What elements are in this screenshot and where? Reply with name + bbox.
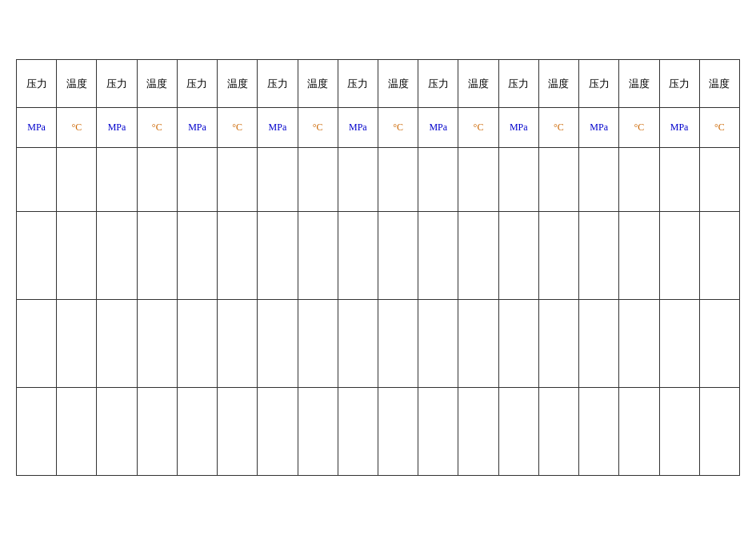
data-cell-2-2[interactable] xyxy=(97,300,137,388)
data-cell-2-13[interactable] xyxy=(538,300,578,388)
unit-cell-3: °C xyxy=(137,108,177,148)
data-cell-2-9[interactable] xyxy=(378,300,418,388)
data-cell-0-14[interactable] xyxy=(579,148,619,212)
data-cell-1-12[interactable] xyxy=(498,212,538,300)
header-cell-9: 温度 xyxy=(378,60,418,108)
data-cell-2-7[interactable] xyxy=(298,300,338,388)
data-cell-2-1[interactable] xyxy=(57,300,97,388)
unit-cell-8: MPa xyxy=(338,108,378,148)
header-cell-2: 压力 xyxy=(97,60,137,108)
header-cell-4: 压力 xyxy=(177,60,217,108)
page-container: 压力温度压力温度压力温度压力温度压力温度压力温度压力温度压力温度压力温度 MPa… xyxy=(0,0,756,535)
unit-cell-13: °C xyxy=(538,108,578,148)
data-cell-1-11[interactable] xyxy=(458,212,498,300)
data-cell-0-15[interactable] xyxy=(619,148,659,212)
data-cell-2-17[interactable] xyxy=(699,300,739,388)
data-cell-3-3[interactable] xyxy=(137,388,177,476)
data-cell-1-13[interactable] xyxy=(538,212,578,300)
data-cell-2-10[interactable] xyxy=(418,300,458,388)
data-cell-1-10[interactable] xyxy=(418,212,458,300)
data-cell-0-16[interactable] xyxy=(659,148,699,212)
data-cell-2-0[interactable] xyxy=(17,300,57,388)
data-cell-1-4[interactable] xyxy=(177,212,217,300)
data-cell-0-0[interactable] xyxy=(17,148,57,212)
data-cell-2-14[interactable] xyxy=(579,300,619,388)
data-cell-0-3[interactable] xyxy=(137,148,177,212)
data-cell-2-16[interactable] xyxy=(659,300,699,388)
header-cell-15: 温度 xyxy=(619,60,659,108)
data-cell-3-10[interactable] xyxy=(418,388,458,476)
data-cell-0-17[interactable] xyxy=(699,148,739,212)
data-cell-3-1[interactable] xyxy=(57,388,97,476)
unit-cell-17: °C xyxy=(699,108,739,148)
data-cell-0-8[interactable] xyxy=(338,148,378,212)
table-body xyxy=(17,148,740,476)
data-cell-0-10[interactable] xyxy=(418,148,458,212)
unit-cell-9: °C xyxy=(378,108,418,148)
data-cell-3-13[interactable] xyxy=(538,388,578,476)
header-cell-7: 温度 xyxy=(298,60,338,108)
data-cell-0-11[interactable] xyxy=(458,148,498,212)
data-cell-3-12[interactable] xyxy=(498,388,538,476)
data-cell-2-15[interactable] xyxy=(619,300,659,388)
unit-row: MPa°CMPa°CMPa°CMPa°CMPa°CMPa°CMPa°CMPa°C… xyxy=(17,108,740,148)
unit-cell-14: MPa xyxy=(579,108,619,148)
data-cell-0-1[interactable] xyxy=(57,148,97,212)
data-cell-1-1[interactable] xyxy=(57,212,97,300)
data-cell-1-3[interactable] xyxy=(137,212,177,300)
data-cell-1-0[interactable] xyxy=(17,212,57,300)
data-cell-3-17[interactable] xyxy=(699,388,739,476)
unit-cell-1: °C xyxy=(57,108,97,148)
header-cell-11: 温度 xyxy=(458,60,498,108)
header-cell-12: 压力 xyxy=(498,60,538,108)
data-cell-1-8[interactable] xyxy=(338,212,378,300)
data-row-3 xyxy=(17,388,740,476)
data-cell-3-2[interactable] xyxy=(97,388,137,476)
header-cell-1: 温度 xyxy=(57,60,97,108)
data-cell-3-4[interactable] xyxy=(177,388,217,476)
data-cell-3-5[interactable] xyxy=(218,388,258,476)
data-cell-3-16[interactable] xyxy=(659,388,699,476)
data-cell-1-7[interactable] xyxy=(298,212,338,300)
data-cell-1-15[interactable] xyxy=(619,212,659,300)
data-cell-2-5[interactable] xyxy=(218,300,258,388)
data-row-2 xyxy=(17,300,740,388)
data-cell-1-9[interactable] xyxy=(378,212,418,300)
unit-cell-12: MPa xyxy=(498,108,538,148)
data-cell-2-11[interactable] xyxy=(458,300,498,388)
data-row-0 xyxy=(17,148,740,212)
data-cell-0-6[interactable] xyxy=(258,148,298,212)
data-cell-0-5[interactable] xyxy=(218,148,258,212)
data-cell-3-9[interactable] xyxy=(378,388,418,476)
data-cell-1-17[interactable] xyxy=(699,212,739,300)
data-cell-0-13[interactable] xyxy=(538,148,578,212)
data-cell-2-3[interactable] xyxy=(137,300,177,388)
data-cell-3-8[interactable] xyxy=(338,388,378,476)
data-cell-3-11[interactable] xyxy=(458,388,498,476)
data-cell-3-6[interactable] xyxy=(258,388,298,476)
data-cell-2-6[interactable] xyxy=(258,300,298,388)
data-cell-2-8[interactable] xyxy=(338,300,378,388)
header-cell-6: 压力 xyxy=(258,60,298,108)
data-cell-2-4[interactable] xyxy=(177,300,217,388)
data-cell-3-14[interactable] xyxy=(579,388,619,476)
data-cell-2-12[interactable] xyxy=(498,300,538,388)
header-cell-17: 温度 xyxy=(699,60,739,108)
data-cell-3-7[interactable] xyxy=(298,388,338,476)
data-cell-3-15[interactable] xyxy=(619,388,659,476)
data-cell-0-9[interactable] xyxy=(378,148,418,212)
data-cell-1-2[interactable] xyxy=(97,212,137,300)
data-cell-1-16[interactable] xyxy=(659,212,699,300)
header-cell-13: 温度 xyxy=(538,60,578,108)
header-row: 压力温度压力温度压力温度压力温度压力温度压力温度压力温度压力温度压力温度 xyxy=(17,60,740,108)
data-cell-0-7[interactable] xyxy=(298,148,338,212)
data-cell-1-6[interactable] xyxy=(258,212,298,300)
data-cell-0-12[interactable] xyxy=(498,148,538,212)
data-cell-1-5[interactable] xyxy=(218,212,258,300)
data-row-1 xyxy=(17,212,740,300)
data-cell-0-2[interactable] xyxy=(97,148,137,212)
data-cell-3-0[interactable] xyxy=(17,388,57,476)
data-cell-0-4[interactable] xyxy=(177,148,217,212)
unit-cell-2: MPa xyxy=(97,108,137,148)
data-cell-1-14[interactable] xyxy=(579,212,619,300)
